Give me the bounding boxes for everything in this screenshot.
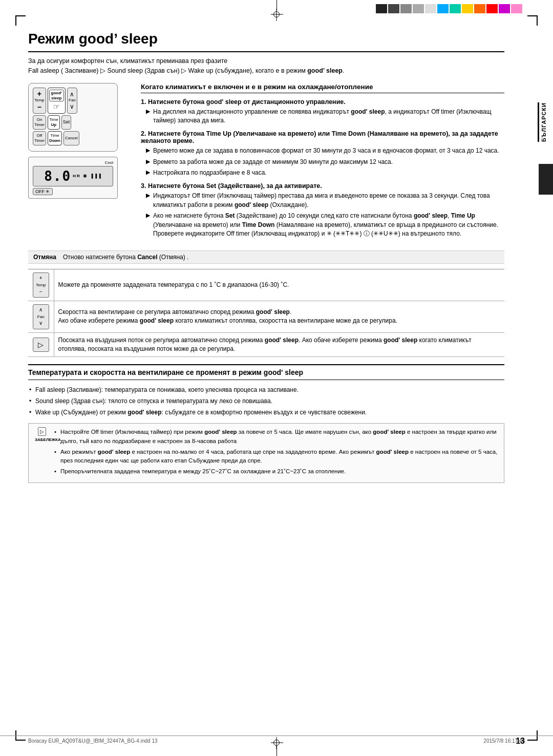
main-content: Режим good’ sleep За да осигури комфорте… (28, 31, 525, 483)
color-block-6 (437, 4, 449, 13)
color-block-4 (413, 4, 424, 13)
list-item-3: Wake up (Събуждане) от режим good' sleep… (28, 408, 504, 417)
fan-icon-cell: ∧ Fan ∨ (28, 301, 54, 333)
temp-icon-cell: + Temp − (28, 269, 54, 301)
step-3: 3. Натиснете бутона Set (Задействане), з… (141, 182, 504, 238)
step-2-bullet-3-text: Настройката по подразбиране е 8 часа. (153, 169, 267, 177)
color-bar (376, 4, 522, 13)
bullet-arrow-icon: ▶ (146, 192, 150, 209)
display-icons: HR ❄ ▐▐▐ (73, 174, 102, 179)
bullet-arrow-icon: ▶ (146, 108, 150, 125)
fan-description: Скоростта на вентилиране се регулира авт… (54, 301, 504, 333)
footer-left: Boracay EUR_AQ09T&U@_IBIM_32447A_BG-4.in… (28, 738, 158, 744)
cancel-text: Отново натиснете бутона Cancel (Отмяна) … (63, 254, 188, 261)
note-item-3: Препоръчителната зададена температура е … (54, 467, 498, 476)
color-block-1 (376, 4, 387, 13)
two-column-section: + Temp − good'sleep ☞ ∧ Fan ∨ (28, 83, 504, 244)
airflow-icon-cell: ▷ (28, 332, 54, 357)
step-3-title: 3. Натиснете бутона Set (Задействане), з… (141, 182, 504, 190)
crop-mark-top (273, 0, 280, 17)
color-block-10 (486, 4, 498, 13)
list-item-2: Sound sleep (Здрав сън): тялото се отпус… (28, 396, 504, 406)
step-1-bullet-1: ▶ На дисплея на дистанционното управлени… (141, 108, 504, 125)
bullet-arrow-icon: ▶ (146, 212, 150, 238)
on-timer-btn: On Timer (33, 115, 46, 130)
note-box: ▷ ЗАБЕЛЕЖКА Настройте Off timer (Изключв… (28, 423, 504, 482)
right-column: Когато климатикът е включен и е в режим … (141, 83, 504, 244)
note-item-2: Ако режимът good' sleep е настроен на по… (54, 448, 498, 466)
fan-icon-box: ∧ Fan ∨ (33, 304, 49, 329)
step-3-bullet-1-text: Индикаторът Off timer (Изключващ таймер)… (153, 192, 504, 209)
step-2: 2. Натиснете бутона Time Up (Увеличаване… (141, 130, 504, 177)
off-indicator: OFF ✳ (33, 186, 113, 195)
section-heading: Когато климатикът е включен и е в режим … (141, 83, 504, 93)
fan-btn: ∧ Fan ∨ (67, 88, 77, 114)
remote-control-diagram: + Temp − good'sleep ☞ ∧ Fan ∨ (28, 83, 118, 152)
step-2-bullet-1-text: Времето може да се задава в половинчасов… (153, 146, 499, 155)
cancel-label: Отмяна (33, 254, 59, 261)
cancel-row: Отмяна Отново натиснете бутона Cancel (О… (28, 250, 504, 264)
corner-mark-tr (527, 15, 538, 26)
color-block-12 (511, 4, 522, 13)
temp-plus-btn: + Temp − (33, 88, 46, 114)
cancel-btn: Cancel (63, 131, 79, 145)
step-3-bullet-2-text: Ако не натиснете бутона Set (Задействане… (153, 212, 504, 238)
note-content: Настройте Off timer (Изключващ таймер) п… (54, 428, 498, 478)
corner-mark-tl (15, 15, 26, 26)
step-3-bullet-1: ▶ Индикаторът Off timer (Изключващ тайме… (141, 192, 504, 209)
bottom-bullet-list: Fall asleep (Заспиване): температурата с… (28, 385, 504, 417)
note-icon: ▷ ЗАБЕЛЕЖКА (35, 428, 49, 478)
step-2-bullet-2: ▶ Времето за работа може да се зададе от… (141, 158, 504, 166)
bullet-arrow-icon: ▶ (146, 158, 150, 166)
color-block-2 (388, 4, 399, 13)
cool-label: Cool (33, 160, 113, 165)
airflow-description: Посоката на въздушния поток се регулира … (54, 332, 504, 357)
sidebar-language-label: БЪЛГАРСКИ (538, 102, 547, 142)
step-3-bullet-2: ▶ Ако не натиснете бутона Set (Задейства… (141, 212, 504, 238)
color-block-9 (474, 4, 485, 13)
set-btn: Set (61, 115, 72, 130)
table-row-airflow: ▷ Посоката на въздушния поток се регулир… (28, 332, 504, 357)
info-table: + Temp − Можете да променяте зададената … (28, 269, 504, 357)
step-2-bullet-2-text: Времето за работа може да се зададе от м… (153, 158, 393, 166)
bullet-arrow-icon: ▶ (146, 169, 150, 177)
bottom-section-heading: Температурата и скоростта на вентилиране… (28, 364, 504, 380)
display-screen: 8.0 HR ❄ ▐▐▐ (33, 166, 113, 186)
step-1-bullet-text: На дисплея на дистанционното управление … (153, 108, 504, 125)
color-block-3 (400, 4, 412, 13)
color-block-11 (499, 4, 510, 13)
good-sleep-badge: good'sleep ☞ (48, 88, 66, 114)
display-diagram: Cool 8.0 HR ❄ ▐▐▐ OFF ✳ (28, 157, 118, 199)
note-item-1: Настройте Off timer (Изключващ таймер) п… (54, 428, 498, 446)
page-number: 13 (516, 737, 525, 746)
page-title: Режим good’ sleep (28, 31, 504, 52)
step-1-title: 1. Натиснете бутона good' sleep от диста… (141, 98, 504, 106)
step-2-bullet-1: ▶ Времето може да се задава в половинчас… (141, 146, 504, 155)
time-down-btn: Time Down (48, 131, 62, 145)
bullet-arrow-icon: ▶ (146, 147, 150, 155)
temp-icon-box: + Temp − (33, 272, 49, 298)
time-up-btn: Time Up (48, 115, 59, 130)
off-timer-btn: Off Timer (33, 131, 46, 145)
intro-text: За да осигури комфортен сън, климатикът … (28, 56, 504, 76)
table-row-temp: + Temp − Можете да променяте зададената … (28, 269, 504, 301)
color-block-8 (462, 4, 473, 13)
temp-description: Можете да променяте зададената температу… (54, 269, 504, 301)
list-item-1: Fall asleep (Заспиване): температурата с… (28, 385, 504, 394)
step-2-bullet-3: ▶ Настройката по подразбиране е 8 часа. (141, 169, 504, 177)
color-block-7 (450, 4, 461, 13)
step-2-title: 2. Натиснете бутона Time Up (Увеличаване… (141, 130, 504, 144)
table-row-fan: ∧ Fan ∨ Скоростта на вентилиране се регу… (28, 301, 504, 333)
crop-mark-bottom (273, 739, 280, 756)
left-column: + Temp − good'sleep ☞ ∧ Fan ∨ (28, 83, 131, 244)
step-1: 1. Натиснете бутона good' sleep от диста… (141, 98, 504, 125)
sidebar-accent-block (539, 164, 553, 195)
color-block-5 (425, 4, 436, 13)
airflow-icon-box: ▷ (33, 338, 49, 352)
